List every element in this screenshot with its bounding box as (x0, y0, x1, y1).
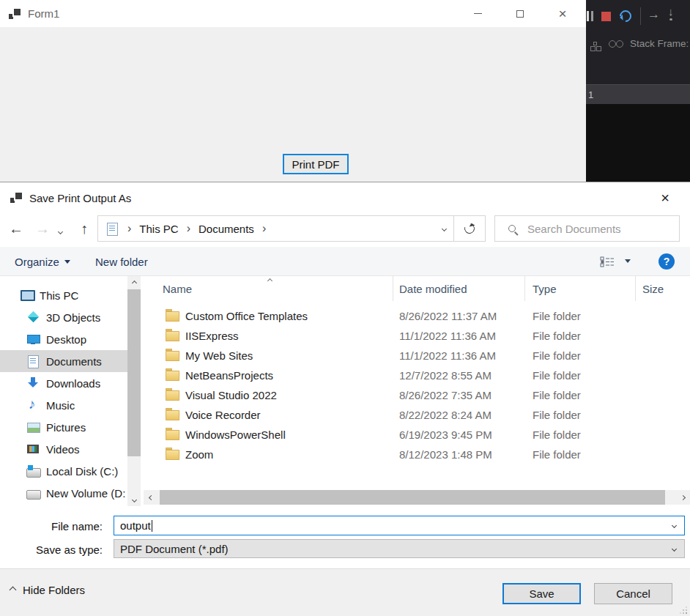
minimize-icon (474, 13, 482, 14)
file-row[interactable]: Zoom 8/12/2023 1:48 PM File folder (144, 445, 690, 464)
sidebar-item-icon (26, 420, 40, 434)
sidebar-scrollbar[interactable] (127, 276, 141, 506)
sidebar-item[interactable]: This PC (0, 284, 127, 306)
folder-icon (166, 430, 179, 440)
file-name-dropdown-chevron[interactable] (672, 523, 677, 528)
column-type[interactable]: Type (525, 276, 636, 301)
save-button[interactable]: Save (502, 583, 581, 604)
resize-grip[interactable] (686, 612, 687, 614)
file-row[interactable]: Custom Office Templates 8/26/2022 11:37 … (144, 306, 690, 326)
maximize-icon (516, 10, 524, 18)
change-view-button[interactable] (600, 256, 615, 267)
sidebar-item-label: This PC (40, 289, 78, 302)
step-over-icon[interactable]: → (648, 7, 660, 22)
maximize-button[interactable] (503, 0, 537, 27)
sidebar-item[interactable]: Videos (0, 438, 127, 460)
horizontal-scrollbar[interactable] (144, 490, 690, 505)
sidebar-item[interactable]: 3D Objects (0, 306, 127, 328)
address-dropdown-chevron[interactable] (434, 227, 453, 231)
vs-debug-area: → ↓ Stack Frame: 1 (586, 0, 690, 182)
file-row[interactable]: My Web Sites 11/1/2022 11:36 AM File fol… (144, 346, 690, 365)
file-row[interactable]: NetBeansProjects 12/7/2022 8:55 AM File … (144, 365, 690, 385)
file-type: File folder (533, 310, 581, 322)
vs-editor-background (586, 104, 690, 182)
sidebar-item[interactable]: Downloads (0, 372, 127, 394)
file-row[interactable]: Visual Studio 2022 8/26/2022 7:35 AM Fil… (144, 385, 690, 405)
cancel-button[interactable]: Cancel (594, 583, 672, 604)
breadcrumb-this-pc[interactable]: This PC (139, 223, 178, 235)
file-row[interactable]: IISExpress 11/1/2022 11:36 AM File folde… (144, 326, 690, 346)
scroll-left-arrow[interactable] (144, 490, 158, 505)
folder-icon (166, 371, 179, 381)
file-date-modified: 8/26/2022 7:35 AM (399, 389, 491, 401)
save-as-type-select[interactable]: PDF Document (*.pdf) (114, 539, 685, 558)
breadcrumb-chevron-icon[interactable]: › (262, 223, 266, 234)
sidebar-item-label: Music (46, 399, 75, 412)
screenshot-root: Form1 × Print PDF → ↓ Stack Frame: 1 (0, 0, 690, 616)
pause-icon[interactable] (587, 11, 593, 21)
sidebar-item-label: Local Disk (C:) (46, 465, 118, 478)
scroll-down-arrow[interactable] (127, 493, 141, 506)
column-size[interactable]: Size (636, 276, 690, 301)
organize-caret-icon (64, 260, 70, 264)
file-name: NetBeansProjects (185, 369, 273, 382)
hide-folders-button[interactable]: Hide Folders (10, 584, 85, 596)
recent-locations-chevron[interactable] (59, 223, 62, 237)
sidebar-item-icon (26, 398, 40, 412)
stop-debugging-icon[interactable] (601, 12, 611, 21)
new-folder-button[interactable]: New folder (95, 247, 148, 276)
scroll-up-arrow[interactable] (127, 276, 141, 289)
search-placeholder: Search Documents (527, 223, 621, 235)
sidebar-item[interactable]: Documents (0, 350, 127, 372)
sidebar-item[interactable]: Music (0, 394, 127, 416)
vertical-scrollbar-thumb[interactable] (127, 289, 141, 456)
help-button[interactable]: ? (659, 253, 675, 270)
organize-button[interactable]: Organize (15, 247, 70, 276)
close-button[interactable]: × (546, 0, 579, 27)
breadcrumb-documents[interactable]: Documents (199, 223, 254, 235)
file-name-input[interactable]: output (114, 516, 685, 535)
horizontal-scrollbar-thumb[interactable] (160, 490, 665, 505)
file-row[interactable]: WindowsPowerShell 6/19/2023 9:45 PM File… (144, 425, 690, 445)
column-date-modified[interactable]: Date modified (393, 276, 525, 301)
vs-debug-location-row: Stack Frame: (586, 32, 690, 54)
dialog-main-area: This PC 3D Objects Desktop Docum (0, 276, 690, 506)
breadcrumb-chevron-icon[interactable]: › (127, 223, 131, 234)
sidebar-item-icon (26, 354, 40, 368)
documents-icon (105, 221, 119, 236)
file-row[interactable]: Voice Recorder 8/22/2022 8:24 AM File fo… (144, 405, 690, 425)
sort-ascending-icon (267, 278, 272, 283)
process-icon[interactable] (593, 42, 597, 45)
address-bar[interactable]: › This PC › Documents › (97, 215, 454, 242)
form1-titlebar[interactable]: Form1 × (0, 0, 586, 27)
restart-icon[interactable] (617, 8, 634, 25)
command-toolbar: Organize New folder ? (0, 247, 690, 276)
step-into-icon[interactable]: ↓ (668, 5, 674, 21)
up-button[interactable]: ↑ (74, 218, 94, 239)
sidebar-item[interactable]: Desktop (0, 328, 127, 350)
sidebar-item[interactable]: New Volume (D: (0, 482, 127, 504)
views-chevron[interactable] (625, 259, 631, 263)
debug-location-dropdown[interactable]: 1 (586, 84, 690, 104)
dialog-titlebar[interactable]: Save Print Output As (0, 182, 690, 213)
refresh-button[interactable] (453, 215, 486, 242)
forward-button[interactable]: → (32, 218, 53, 239)
search-input[interactable]: Search Documents (494, 215, 680, 242)
sidebar-item[interactable]: Local Disk (C:) (0, 460, 127, 482)
sidebar-item-icon (26, 310, 40, 324)
file-name: Custom Office Templates (185, 310, 308, 322)
print-pdf-button[interactable]: Print PDF (283, 154, 349, 174)
minimize-button[interactable] (461, 0, 494, 27)
save-as-type-chevron[interactable] (672, 546, 677, 551)
back-button[interactable]: ← (6, 218, 26, 239)
watch-glasses-icon[interactable] (609, 40, 623, 47)
toolbar-separator (640, 7, 641, 25)
breadcrumb-chevron-icon[interactable]: › (187, 223, 190, 234)
text-cursor (152, 520, 152, 532)
sidebar-item[interactable]: Pictures (0, 416, 127, 438)
dialog-close-button[interactable]: × (649, 182, 681, 213)
folder-icon (166, 331, 179, 341)
sidebar-item-label: Videos (46, 443, 80, 456)
column-name[interactable]: Name (144, 276, 393, 301)
scroll-right-arrow[interactable] (675, 490, 690, 505)
